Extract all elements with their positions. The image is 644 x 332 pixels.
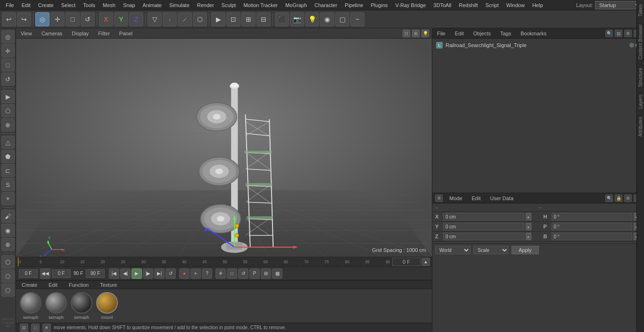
sidebar-tool2-btn[interactable]: ⊏ <box>1 164 15 177</box>
sidebar-rotate-btn[interactable]: ↺ <box>1 73 15 86</box>
poly-button[interactable]: ⬡ <box>193 12 207 26</box>
timeline-expand-btn[interactable]: ▲ <box>421 258 430 266</box>
render-queue-button[interactable]: ⊟ <box>256 12 271 26</box>
vtab-layers[interactable]: Layers <box>637 90 644 113</box>
y-axis-button[interactable]: Y <box>114 12 128 26</box>
menu-pipeline[interactable]: Pipeline <box>341 1 367 9</box>
obj-menu-file[interactable]: File <box>435 30 447 37</box>
current-frame-input[interactable] <box>52 269 71 278</box>
sidebar-mode1-btn[interactable]: ▶ <box>1 90 15 103</box>
sidebar-scale-btn[interactable]: □ <box>1 58 15 72</box>
playback-step-fwd-btn[interactable]: |▶ <box>143 268 153 279</box>
vtab-attributes[interactable]: Attributes <box>637 113 644 140</box>
scale-button[interactable]: □ <box>66 12 80 26</box>
menu-motion-tracker[interactable]: Motion Tracker <box>239 1 281 9</box>
viewport-icon-2[interactable]: ⊞ <box>412 30 420 37</box>
layout-dropdown[interactable]: Startup <box>595 1 642 9</box>
timeline[interactable]: 0 5 10 15 20 25 30 35 40 45 50 55 <box>16 257 432 267</box>
sidebar-sculpt-btn[interactable]: ◉ <box>1 224 15 237</box>
menu-render[interactable]: Render <box>193 1 218 9</box>
sidebar-bridge-btn[interactable]: ⌖ <box>1 192 15 205</box>
playback-goto-start-btn[interactable]: |◀ <box>109 268 119 279</box>
obj-search-icon[interactable]: 🔍 <box>605 30 613 37</box>
playback-extra3-btn[interactable]: ↺ <box>238 268 248 279</box>
timeline-ruler[interactable]: 0 5 10 15 20 25 30 35 40 45 50 55 <box>18 257 390 267</box>
edge-button[interactable]: ⟋ <box>178 12 192 26</box>
sidebar-paint-btn[interactable]: 🖌 <box>1 210 15 223</box>
attr-z-spin-up[interactable]: ▲ <box>526 233 531 240</box>
menu-snap[interactable]: Snap <box>119 1 139 9</box>
render-active-button[interactable]: ▶ <box>211 12 225 26</box>
status-icon-1[interactable]: ⊡ <box>20 324 28 332</box>
playback-help-btn[interactable]: ? <box>202 268 212 279</box>
viewport[interactable]: View Cameras Display Filter Panel ⊡ ⊞ 💡 … <box>16 28 432 257</box>
playback-extra5-btn[interactable]: ⊞ <box>261 268 271 279</box>
attr-x-spin-up[interactable]: ▲ <box>526 213 531 220</box>
render-view-button[interactable]: ⊡ <box>226 12 240 26</box>
viewport-icon-1[interactable]: ⊡ <box>403 30 410 37</box>
rotate-button[interactable]: ↺ <box>81 12 95 26</box>
obj-menu-bookmarks[interactable]: Bookmarks <box>519 30 548 37</box>
menu-sculpt[interactable]: Sculpt <box>218 1 240 9</box>
mat-menu-texture[interactable]: Texture <box>98 281 119 289</box>
obj-filter-icon[interactable]: ▤ <box>615 30 622 37</box>
object-button[interactable]: ▽ <box>148 12 162 26</box>
attr-tab-edit[interactable]: Edit <box>469 194 484 202</box>
select-mode-button[interactable]: ◎ <box>35 12 50 26</box>
sidebar-move2-btn[interactable]: △ <box>1 136 15 149</box>
sidebar-weight-btn[interactable]: ⊕ <box>1 238 15 251</box>
point-button[interactable]: · <box>163 12 177 26</box>
sidebar-tool1-btn[interactable]: ⬟ <box>1 150 15 163</box>
start-frame-input[interactable] <box>19 269 38 278</box>
playback-extra1-btn[interactable]: ✛ <box>215 268 226 279</box>
world-dropdown[interactable]: World <box>435 246 471 254</box>
light-button[interactable]: 💡 <box>305 12 319 26</box>
spline-button[interactable]: ~ <box>350 12 364 26</box>
playback-step-back-btn[interactable]: ◀| <box>120 268 131 279</box>
playback-goto-end-btn[interactable]: ▶| <box>154 268 165 279</box>
sidebar-move-btn[interactable]: ✛ <box>1 44 15 57</box>
deformer-button[interactable]: ▢ <box>335 12 349 26</box>
menu-character[interactable]: Character <box>311 1 341 9</box>
mat-menu-function[interactable]: Function <box>67 281 91 289</box>
obj-dot-editor[interactable] <box>629 43 634 48</box>
sidebar-knife-btn[interactable]: S <box>1 178 15 191</box>
material-item-2[interactable]: semaph <box>71 292 92 320</box>
playback-motion-btn[interactable]: ⌖ <box>190 268 201 279</box>
attr-tab-mode[interactable]: Mode <box>446 194 465 202</box>
attr-tab-userdata[interactable]: User Data <box>487 194 517 202</box>
viewport-menu-display[interactable]: Display <box>70 30 91 37</box>
menu-create[interactable]: Create <box>34 1 58 9</box>
menu-3dtoall[interactable]: 3DToAll <box>429 1 455 9</box>
menu-animate[interactable]: Animate <box>139 1 165 9</box>
mat-menu-edit[interactable]: Edit <box>47 281 59 289</box>
obj-menu-objects[interactable]: Objects <box>471 30 493 37</box>
menu-mesh[interactable]: Mesh <box>99 1 119 9</box>
obj-menu-tags[interactable]: Tags <box>498 30 513 37</box>
playback-rec-btn[interactable]: ● <box>179 268 190 279</box>
playback-loop-btn[interactable]: ↺ <box>165 268 176 279</box>
sidebar-select-btn[interactable]: ◎ <box>1 30 15 43</box>
playback-extra6-btn[interactable]: ▦ <box>272 268 282 279</box>
render-settings-button[interactable]: ⊞ <box>241 12 256 26</box>
attr-panel-icon[interactable]: ⊞ <box>435 194 443 202</box>
vtab-takes[interactable]: Takes <box>637 0 644 20</box>
menu-redshift[interactable]: Redshift <box>455 1 481 9</box>
playback-extra4-btn[interactable]: P <box>249 268 260 279</box>
material-item-1[interactable]: semaph <box>45 292 67 320</box>
x-axis-button[interactable]: X <box>99 12 113 26</box>
obj-row-main[interactable]: L Railroad_Searchlight_Signal_Triple <box>434 40 642 50</box>
end-frame-input[interactable] <box>86 269 105 278</box>
status-icon-2[interactable]: □ <box>31 324 40 332</box>
attr-search-icon[interactable]: 🔍 <box>605 194 613 202</box>
menu-file[interactable]: File <box>2 1 18 9</box>
playback-extra2-btn[interactable]: □ <box>227 268 237 279</box>
menu-vray[interactable]: V-Ray Bridge <box>392 1 430 9</box>
attr-z-pos-input[interactable]: 0 cm <box>443 233 524 240</box>
attr-lock-icon[interactable]: 🔒 <box>615 194 622 202</box>
sidebar-mode2-btn[interactable]: ⬡ <box>1 104 15 117</box>
nurbs-button[interactable]: ◉ <box>320 12 334 26</box>
status-icon-3[interactable]: ✕ <box>42 324 51 332</box>
menu-mograph[interactable]: MoGraph <box>281 1 311 9</box>
vtab-content-browser[interactable]: Content Browser <box>637 20 644 63</box>
